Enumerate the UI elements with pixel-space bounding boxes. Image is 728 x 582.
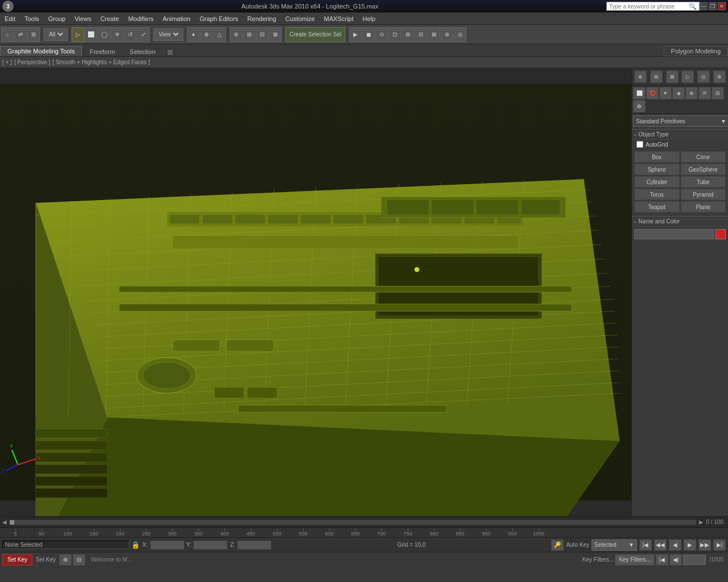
timeline-slider[interactable]: ◀ ▶ 0 / 100	[0, 517, 728, 528]
prim-box-btn[interactable]: Box	[634, 151, 680, 163]
panel-icon-display[interactable]: ◎	[697, 70, 710, 83]
tb-scale-btn[interactable]: ⤢	[137, 27, 150, 42]
viewport-plus[interactable]: [ + ]	[2, 59, 12, 65]
timeline-track[interactable]	[9, 519, 697, 525]
panel-icon-lights[interactable]: ✦	[659, 87, 672, 99]
object-name-input[interactable]	[634, 229, 714, 239]
menu-item-group[interactable]: Group	[44, 13, 71, 24]
tab-close-ribbon[interactable]: ⊠	[163, 48, 177, 56]
panel-icon-helpers[interactable]: ⊕	[685, 87, 698, 99]
tb-various-1[interactable]: ♦	[187, 27, 200, 42]
panel-icon-hierarchy[interactable]: ⊠	[666, 70, 679, 83]
object-type-section-header[interactable]: - Object Type	[632, 130, 728, 140]
key-filters-btn[interactable]: Key Filters...	[615, 554, 655, 566]
tb-render-4[interactable]: ⊡	[388, 27, 401, 42]
tb-render-9[interactable]: ◎	[454, 27, 466, 42]
prim-geosphere-btn[interactable]: GeoSphere	[681, 164, 726, 175]
tb-align-btn[interactable]: ⊞	[27, 27, 40, 42]
prim-plane-btn[interactable]: Plane	[681, 201, 726, 213]
tab-graphite-modeling[interactable]: Graphite Modeling Tools	[0, 46, 82, 56]
tb-render-7[interactable]: ⊠	[428, 27, 440, 42]
tb-select-region-btn[interactable]: ⬜	[85, 27, 97, 42]
menu-item-views[interactable]: Views	[70, 13, 96, 24]
prim-sphere-btn[interactable]: Sphere	[634, 164, 680, 175]
tb-render-3[interactable]: ⊙	[375, 27, 388, 42]
panel-icon-motion[interactable]: ▷	[681, 70, 694, 83]
tb-render-1[interactable]: ▶	[349, 27, 362, 42]
panel-icon-utilities[interactable]: ⊛	[713, 70, 726, 83]
search-box[interactable]: 🔍	[606, 2, 700, 11]
tab-selection[interactable]: Selection	[122, 47, 163, 56]
frame-number-input[interactable]: 0	[683, 555, 706, 565]
selected-dropdown[interactable]: Selected ▼	[592, 539, 637, 551]
name-color-section-header[interactable]: - Name and Color	[632, 217, 728, 227]
tab-freeform[interactable]: Freeform	[82, 47, 122, 56]
tb-anim-1[interactable]: ⊛	[230, 27, 242, 42]
anim-icon-2[interactable]: ⊟	[73, 554, 85, 566]
color-swatch[interactable]	[715, 229, 726, 239]
tb-select-btn[interactable]: ▷	[72, 27, 84, 42]
tb-filter-dropdown[interactable]: All	[44, 28, 68, 41]
panel-icon-effects[interactable]: ✿	[633, 100, 646, 113]
prim-tube-btn[interactable]: Tube	[681, 176, 726, 188]
prim-pyramid-btn[interactable]: Pyramid	[681, 189, 726, 200]
restore-button[interactable]: ❐	[709, 2, 717, 10]
x-coord-input[interactable]	[150, 541, 184, 550]
tb-render-2[interactable]: ◼	[362, 27, 375, 42]
lock-icon[interactable]: 🔒	[131, 541, 140, 549]
tb-snap-btn[interactable]: ⌂	[1, 27, 14, 42]
autogrid-checkbox[interactable]	[636, 141, 643, 148]
panel-icon-geo[interactable]: ⬜	[633, 87, 646, 99]
key-icon[interactable]: 🔑	[551, 539, 564, 551]
tb-render-5[interactable]: ⊞	[402, 27, 414, 42]
z-coord-input[interactable]	[237, 541, 271, 550]
viewport-shading[interactable]: [ Smooth + Highlights + Edged Faces ]	[52, 59, 150, 65]
tb-anim-2[interactable]: ⊞	[243, 27, 255, 42]
viewport[interactable]: X Y Z	[0, 68, 631, 516]
prim-teapot-btn[interactable]: Teapot	[634, 201, 680, 213]
timeline-right-arrow[interactable]: ▶	[699, 519, 704, 525]
view-select[interactable]: View	[156, 31, 180, 38]
viewport-perspective[interactable]: [ Perspective ]	[14, 59, 50, 65]
anim-next-end[interactable]: ▶|	[713, 539, 726, 551]
panel-icon-systems[interactable]: ⊟	[712, 87, 724, 99]
minimize-button[interactable]: —	[700, 2, 708, 10]
menu-item-animation[interactable]: Animation	[158, 13, 195, 24]
menu-item-graph-editors[interactable]: Graph Editors	[195, 13, 243, 24]
anim-next[interactable]: ▶▶	[698, 539, 711, 551]
panel-icon-cameras[interactable]: ◈	[672, 87, 685, 99]
tb-render-6[interactable]: ⊟	[415, 27, 427, 42]
panel-icon-modify[interactable]: ⊞	[650, 70, 663, 83]
anim-prev-frame[interactable]: ◀◀	[654, 539, 667, 551]
panel-icon-shapes[interactable]: ⭕	[646, 87, 659, 99]
tb-lasso-btn[interactable]: ◯	[98, 27, 110, 42]
anim-prev-start[interactable]: |◀	[639, 539, 652, 551]
menu-item-customize[interactable]: Customize	[281, 13, 320, 24]
menu-item-rendering[interactable]: Rendering	[243, 13, 281, 24]
tb-anim-4[interactable]: ⊠	[269, 27, 282, 42]
menu-item-help[interactable]: Help	[358, 13, 380, 24]
menu-item-tools[interactable]: Tools	[20, 13, 44, 24]
search-input[interactable]	[609, 3, 689, 10]
tb-anim-3[interactable]: ⊟	[256, 27, 268, 42]
timeline-left-arrow[interactable]: ◀	[2, 519, 7, 525]
panel-icon-create[interactable]: ⊕	[634, 70, 647, 83]
panel-icon-spacewarps[interactable]: ⟳	[698, 87, 711, 99]
prim-cone-btn[interactable]: Cone	[681, 151, 726, 163]
anim-prev[interactable]: ◀	[669, 539, 681, 551]
tb-rotate-btn[interactable]: ↺	[124, 27, 136, 42]
menu-item-edit[interactable]: Edit	[0, 13, 20, 24]
anim-play[interactable]: ▶	[684, 539, 696, 551]
close-button[interactable]: ✕	[718, 2, 726, 10]
filter-select[interactable]: All	[47, 31, 65, 38]
standard-primitives-dropdown[interactable]: Standard Primitives ▼	[633, 115, 728, 127]
y-coord-input[interactable]	[193, 541, 228, 550]
set-key-btn[interactable]: Set Key	[2, 554, 32, 566]
anim-icon-1[interactable]: ⊕	[59, 554, 72, 566]
anim-loop-btn[interactable]: |◀	[656, 554, 668, 566]
menu-item-maxscript[interactable]: MAXScript	[320, 13, 358, 24]
tab-polygon-modeling[interactable]: Polygon Modeling	[664, 46, 728, 56]
menu-item-create[interactable]: Create	[96, 13, 123, 24]
tb-render-8[interactable]: ⊛	[441, 27, 453, 42]
prim-torus-btn[interactable]: Torus	[634, 189, 680, 200]
